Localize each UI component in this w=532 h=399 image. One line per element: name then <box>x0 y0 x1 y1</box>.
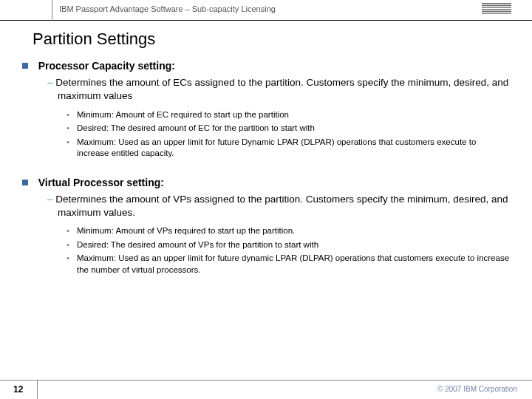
slide: IBM Passport Advantage Software – Sub-ca… <box>0 0 532 399</box>
section-description: Determines the amount of VPs assigned to… <box>47 193 510 219</box>
list-item-text: Minimum: Amount of EC required to start … <box>77 109 510 121</box>
svg-rect-0 <box>482 3 511 4</box>
list-item: •Desired: The desired amount of EC for t… <box>66 123 510 134</box>
bullet-dot-icon: • <box>66 109 77 121</box>
header-divider <box>52 0 52 21</box>
list-item-text: Desired: The desired amount of VPs for t… <box>77 239 510 251</box>
page-title: Partition Settings <box>33 30 155 49</box>
header-bar: IBM Passport Advantage Software – Sub-ca… <box>0 0 532 21</box>
ibm-logo-icon <box>482 3 511 18</box>
square-bullet-icon <box>22 180 28 185</box>
content-area: Processor Capacity setting: Determines t… <box>22 59 510 292</box>
list-item-text: Desired: The desired amount of EC for th… <box>77 123 510 134</box>
section-heading-row: Virtual Processor setting: <box>22 176 510 190</box>
section-heading: Processor Capacity setting: <box>38 60 175 72</box>
footer-divider <box>0 380 532 381</box>
sub-list: •Minimum: Amount of EC required to start… <box>66 109 510 160</box>
section-virtual-processor: Virtual Processor setting: Determines th… <box>22 176 510 276</box>
svg-rect-5 <box>482 13 511 13</box>
list-item: •Minimum: Amount of EC required to start… <box>66 109 510 121</box>
square-bullet-icon <box>22 63 28 69</box>
section-heading-row: Processor Capacity setting: <box>22 59 510 73</box>
list-item: •Minimum: Amount of VPs required to star… <box>66 225 510 237</box>
breadcrumb: IBM Passport Advantage Software – Sub-ca… <box>59 4 276 13</box>
footer-divider-vertical <box>37 380 38 399</box>
svg-rect-2 <box>482 7 511 7</box>
bullet-dot-icon: • <box>66 239 77 251</box>
svg-rect-3 <box>482 9 511 10</box>
page-number: 12 <box>13 384 23 395</box>
list-item-text: Maximum: Used as an upper limit for futu… <box>77 253 510 276</box>
bullet-dot-icon: • <box>66 123 77 134</box>
section-processor-capacity: Processor Capacity setting: Determines t… <box>22 59 510 160</box>
svg-rect-1 <box>482 5 511 6</box>
list-item-text: Maximum: Used as an upper limit for futu… <box>77 137 510 160</box>
bullet-dot-icon: • <box>66 137 77 160</box>
footer: 12 © 2007 IBM Corporation <box>0 380 532 399</box>
sub-list: •Minimum: Amount of VPs required to star… <box>66 225 510 276</box>
bullet-dot-icon: • <box>66 253 77 276</box>
bullet-dot-icon: • <box>66 225 77 237</box>
section-description: Determines the amount of ECs assigned to… <box>47 76 510 103</box>
list-item-text: Minimum: Amount of VPs required to start… <box>77 225 510 237</box>
list-item: •Desired: The desired amount of VPs for … <box>66 239 510 251</box>
list-item: •Maximum: Used as an upper limit for fut… <box>66 137 510 160</box>
svg-rect-4 <box>482 11 511 12</box>
section-heading: Virtual Processor setting: <box>38 177 164 188</box>
copyright-text: © 2007 IBM Corporation <box>437 385 517 393</box>
list-item: •Maximum: Used as an upper limit for fut… <box>66 253 510 276</box>
